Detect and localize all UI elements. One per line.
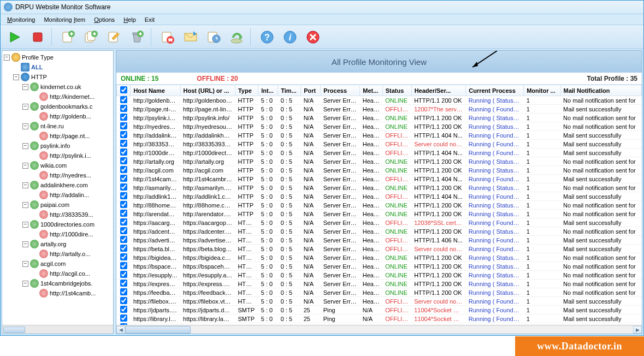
- col-header[interactable]: Port: [301, 85, 321, 96]
- table-row[interactable]: http://addlink1.c...http://addlink1.comH…: [117, 192, 642, 201]
- table-row[interactable]: https://esupply.a...https://esupply.ava.…: [117, 271, 642, 280]
- tree-host[interactable]: −nt-line.ru: [3, 121, 113, 131]
- tree-toggle-icon[interactable]: −: [22, 143, 28, 149]
- tree-url[interactable]: http://page.nt...: [3, 131, 113, 141]
- tree-host[interactable]: −1000directories.com: [3, 219, 113, 229]
- help-button[interactable]: ?: [256, 27, 278, 47]
- col-header[interactable]: Type: [235, 85, 258, 96]
- col-header[interactable]: Header/Ser...: [411, 85, 466, 96]
- table-row[interactable]: http://1st4cambri...http://1st4cambridg.…: [117, 175, 642, 183]
- row-checkbox[interactable]: [120, 96, 127, 103]
- tree-toggle-icon[interactable]: −: [4, 55, 10, 61]
- menu-exit[interactable]: Exit: [145, 16, 155, 23]
- add-item-button[interactable]: [80, 27, 102, 47]
- tree-http[interactable]: −HTTP: [3, 72, 113, 82]
- table-row[interactable]: https://adcenter.l...https://adcenter.lo…: [117, 227, 642, 236]
- row-checkbox[interactable]: [120, 227, 127, 234]
- row-checkbox[interactable]: [120, 210, 127, 217]
- row-checkbox[interactable]: [120, 166, 127, 173]
- table-row[interactable]: https://bspacehe...https://bspacehelp...…: [117, 262, 642, 271]
- table-row[interactable]: https://library.law...https://library.la…: [117, 315, 642, 323]
- table-row[interactable]: http://asmarilyn.c...http://asmarilyn.co…: [117, 183, 642, 192]
- tree-toggle-icon[interactable]: −: [22, 241, 28, 247]
- scroll-right-icon[interactable]: ▶: [633, 326, 642, 334]
- sidebar-hscroll[interactable]: [2, 325, 113, 334]
- schedule-button[interactable]: [203, 27, 224, 47]
- table-row[interactable]: https://aacargopl...https://aacargoplus.…: [117, 218, 642, 227]
- row-checkbox[interactable]: [120, 175, 127, 182]
- tree-toggle-icon[interactable]: −: [22, 182, 28, 188]
- table-row[interactable]: http://psylink.info/http://psylink.info/…: [117, 114, 642, 122]
- grid-hscroll[interactable]: ◀ ▶: [116, 325, 642, 334]
- row-checkbox[interactable]: [120, 183, 127, 191]
- row-checkbox[interactable]: [120, 105, 127, 112]
- menu-monitoring-item[interactable]: Monitoring Item: [44, 16, 85, 23]
- table-row[interactable]: http://goldenboo...http://goldenbookm...…: [117, 96, 642, 105]
- table-row[interactable]: https://beta.blogl...https://beta.blogli…: [117, 245, 642, 253]
- table-row[interactable]: http://acgil.comhttp://acgil.comHTTP5 : …: [117, 166, 642, 175]
- table-row[interactable]: http://page.nt-lin...http://page.nt-line…: [117, 105, 642, 114]
- row-checkbox[interactable]: [120, 236, 127, 243]
- profile-tree[interactable]: −Profile TypeALL−HTTP−kindernet.co.ukhtt…: [2, 51, 113, 325]
- table-row[interactable]: http://1000direct...http://1000directori…: [117, 149, 642, 157]
- tree-toggle-icon[interactable]: −: [22, 281, 28, 287]
- table-row[interactable]: https://filebox.vt...https://filebox.vt.…: [117, 297, 642, 306]
- table-row[interactable]: http://arendator.n...http://arendator.ne…: [117, 210, 642, 218]
- col-header[interactable]: Mail Notification: [560, 85, 641, 96]
- tree-toggle-icon[interactable]: −: [22, 202, 28, 208]
- row-checkbox[interactable]: [120, 297, 127, 304]
- row-checkbox[interactable]: [120, 315, 127, 322]
- tree-host[interactable]: −artally.org: [3, 239, 113, 249]
- table-row[interactable]: https://express.p...https://express.payp…: [117, 280, 642, 288]
- col-header[interactable]: Process: [321, 85, 360, 96]
- edit-item-button[interactable]: [103, 27, 125, 47]
- row-checkbox[interactable]: [120, 149, 127, 156]
- menu-help[interactable]: Help: [123, 16, 136, 23]
- col-header[interactable]: Host (URL) or ...: [180, 85, 235, 96]
- col-header[interactable]: Current Process: [466, 85, 524, 96]
- table-row[interactable]: http://addalinkhe...http://addalinkhere.…: [117, 131, 642, 140]
- table-row[interactable]: http://88home.c...http://88home.co.ccHTT…: [117, 201, 642, 210]
- row-checkbox[interactable]: [120, 262, 127, 269]
- col-header[interactable]: [117, 85, 131, 96]
- refresh-button[interactable]: [226, 27, 247, 47]
- info-button[interactable]: i: [279, 27, 301, 47]
- tree-url[interactable]: http://nyedres...: [3, 170, 113, 180]
- tree-url[interactable]: http://addalin...: [3, 190, 113, 200]
- delete-item-button[interactable]: [126, 27, 148, 47]
- monitoring-grid[interactable]: Host NameHost (URL) or ...TypeInt...Tim.…: [116, 85, 642, 325]
- row-checkbox[interactable]: [120, 122, 127, 129]
- tree-url[interactable]: http://3833539...: [3, 210, 113, 219]
- row-checkbox[interactable]: [120, 131, 127, 138]
- col-header[interactable]: Int...: [258, 85, 278, 96]
- tree-host[interactable]: −psylink.info: [3, 141, 113, 151]
- col-header[interactable]: Host Name: [131, 85, 180, 96]
- close-button[interactable]: [302, 27, 324, 47]
- row-checkbox[interactable]: [120, 201, 127, 208]
- tree-url[interactable]: http://goldenb...: [3, 111, 113, 121]
- tree-toggle-icon[interactable]: −: [22, 222, 28, 228]
- add-profile-button[interactable]: [57, 27, 79, 47]
- select-all-checkbox[interactable]: [120, 86, 127, 93]
- tree-host[interactable]: −kindernet.co.uk: [3, 82, 113, 92]
- row-checkbox[interactable]: [120, 157, 127, 164]
- tree-toggle-icon[interactable]: −: [22, 104, 28, 110]
- row-checkbox[interactable]: [120, 245, 127, 252]
- scroll-left-icon[interactable]: ◀: [116, 326, 125, 334]
- tree-host[interactable]: −wikia.com: [3, 161, 113, 170]
- tree-root[interactable]: −Profile Type: [3, 52, 113, 62]
- col-header[interactable]: Monitor ...: [524, 85, 560, 96]
- table-row[interactable]: http://artally.orghttp://artally.orgHTTP…: [117, 157, 642, 166]
- tree-toggle-icon[interactable]: −: [22, 163, 28, 169]
- tree-url[interactable]: http://1st4camb...: [3, 288, 113, 298]
- mail-button[interactable]: [180, 27, 202, 47]
- tree-host[interactable]: −acgil.com: [3, 259, 113, 269]
- tree-host[interactable]: −1st4cambridgejobs.: [3, 278, 113, 288]
- row-checkbox[interactable]: [120, 253, 127, 260]
- stop-button[interactable]: [27, 27, 49, 47]
- tree-host[interactable]: −addalinkhere.com: [3, 180, 113, 190]
- row-checkbox[interactable]: [120, 140, 127, 147]
- tree-url[interactable]: http://1000dire...: [3, 229, 113, 239]
- table-row[interactable]: https://jdparts.de...https://jdparts.dee…: [117, 306, 642, 315]
- row-checkbox[interactable]: [120, 288, 127, 295]
